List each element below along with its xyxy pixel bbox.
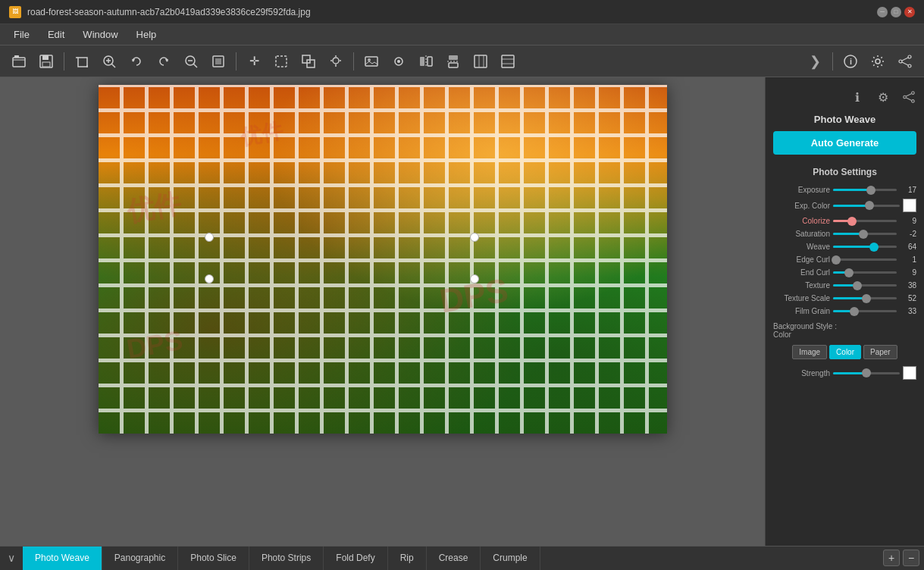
end-curl-row: End Curl 9 <box>766 266 924 279</box>
svg-line-50 <box>902 62 908 65</box>
saturation-label: Saturation <box>773 230 830 238</box>
select-tool[interactable] <box>268 49 294 74</box>
bar-tool[interactable] <box>495 49 521 74</box>
share-btn[interactable] <box>892 49 918 74</box>
right-panel: ℹ ⚙ Photo Weave Auto Generate Photo Sett… <box>765 77 924 546</box>
svg-line-57 <box>906 94 911 97</box>
canvas-area: 优件 优件 DPS DPS <box>0 77 765 546</box>
texture-scale-row: Texture Scale 52 <box>766 292 924 305</box>
texture-slider[interactable] <box>833 284 897 287</box>
tab-rip[interactable]: Rip <box>388 547 427 570</box>
fullscreen-btn[interactable] <box>205 49 231 74</box>
weave-slider[interactable] <box>833 246 897 248</box>
texture-scale-label: Texture Scale <box>773 294 830 302</box>
bg-style-row: Background Style : Color <box>766 318 924 343</box>
strength-color-swatch[interactable] <box>903 366 916 380</box>
zoom-in-btn[interactable] <box>96 49 122 74</box>
tab-crease[interactable]: Crease <box>427 547 481 570</box>
tabs-bar: ∨ Photo Weave Panographic Photo Slice Ph… <box>0 547 924 570</box>
weave-label: Weave <box>773 243 830 251</box>
bg-image-btn[interactable]: Image <box>792 345 827 359</box>
exposure-value: 17 <box>900 186 916 194</box>
minimize-button[interactable]: ─ <box>877 7 888 17</box>
svg-rect-4 <box>42 62 50 67</box>
tab-panographic[interactable]: Panographic <box>102 547 178 570</box>
end-curl-slider[interactable] <box>833 271 897 274</box>
title-bar: 🖼 road-forest-season-autumn-acb7a2b0419a… <box>0 0 924 24</box>
title-bar-controls[interactable]: ─ □ ✕ <box>877 7 915 17</box>
film-grain-row: Film Grain 33 <box>766 305 924 318</box>
crop-btn[interactable] <box>69 49 95 74</box>
save-btn[interactable] <box>33 49 59 74</box>
svg-rect-34 <box>449 55 458 60</box>
main-layout: 优件 优件 DPS DPS ℹ ⚙ Photo Weave Auto Gener… <box>0 77 924 546</box>
tab-collapse-btn[interactable]: ∨ <box>0 547 23 570</box>
rotate-left-btn[interactable] <box>124 49 149 74</box>
transform-handle-tl[interactable] <box>205 233 214 242</box>
settings-btn[interactable] <box>865 49 891 74</box>
strength-label: Strength <box>773 369 830 377</box>
colorize-slider[interactable] <box>833 220 897 222</box>
texture-scale-slider[interactable] <box>833 297 897 299</box>
maximize-button[interactable]: □ <box>891 7 901 17</box>
rotate-right-btn[interactable] <box>151 49 177 74</box>
light-tool[interactable] <box>323 49 349 74</box>
flip-v-tool[interactable] <box>440 49 466 74</box>
tab-photo-strips[interactable]: Photo Strips <box>249 547 324 570</box>
right-panel-header: ℹ ⚙ <box>766 83 924 111</box>
bg-paper-btn[interactable]: Paper <box>863 345 897 359</box>
flip-h-tool[interactable] <box>413 49 439 74</box>
open-file-btn[interactable] <box>6 49 32 74</box>
transform-handle-tc[interactable] <box>470 233 479 242</box>
menu-bar: File Edit Window Help <box>0 24 924 45</box>
tab-photo-weave[interactable]: Photo Weave <box>23 547 102 570</box>
add-preset-btn[interactable]: + <box>883 550 900 566</box>
auto-generate-button[interactable]: Auto Generate <box>773 131 916 155</box>
saturation-slider[interactable] <box>833 233 897 235</box>
svg-rect-31 <box>420 57 424 66</box>
saturation-row: Saturation -2 <box>766 227 924 240</box>
stamp-tool[interactable] <box>386 49 412 74</box>
colorize-value: 9 <box>900 217 916 225</box>
tab-fold-defy[interactable]: Fold Defy <box>324 547 387 570</box>
border-tool[interactable] <box>468 49 493 74</box>
svg-rect-19 <box>276 56 287 67</box>
tab-photo-slice[interactable]: Photo Slice <box>178 547 249 570</box>
transform-handle-ml[interactable] <box>205 274 214 283</box>
end-curl-label: End Curl <box>773 268 830 277</box>
close-button[interactable]: ✕ <box>904 7 915 17</box>
svg-rect-37 <box>475 55 487 67</box>
remove-preset-btn[interactable]: − <box>903 550 919 566</box>
texture-row: Texture 38 <box>766 279 924 292</box>
film-grain-label: Film Grain <box>773 307 830 315</box>
toolbar: ✛ ❯ i <box>0 45 924 77</box>
menu-edit[interactable]: Edit <box>40 26 72 43</box>
title-bar-left: 🖼 road-forest-season-autumn-acb7a2b0419a… <box>9 6 311 18</box>
svg-rect-3 <box>42 55 49 60</box>
exposure-slider[interactable] <box>833 189 897 191</box>
move-tool[interactable]: ✛ <box>241 49 267 74</box>
panel-info-btn[interactable]: ℹ <box>847 86 868 108</box>
image-tool[interactable] <box>359 49 384 74</box>
panel-share-btn[interactable] <box>898 86 919 108</box>
svg-rect-5 <box>78 58 87 67</box>
edge-curl-slider[interactable] <box>833 258 897 261</box>
svg-line-15 <box>193 64 197 67</box>
menu-window[interactable]: Window <box>75 26 125 43</box>
exp-color-slider[interactable] <box>833 205 900 207</box>
zoom-out-btn[interactable] <box>178 49 204 74</box>
svg-point-47 <box>908 55 911 58</box>
menu-help[interactable]: Help <box>129 26 164 43</box>
info-btn[interactable]: i <box>838 49 863 74</box>
transform-handle-mc[interactable] <box>470 274 479 283</box>
exp-color-swatch[interactable] <box>903 199 916 212</box>
tab-crumple[interactable]: Crumple <box>481 547 540 570</box>
film-grain-slider[interactable] <box>833 310 897 312</box>
next-arrow-btn[interactable]: ❯ <box>802 49 828 74</box>
panel-settings-btn[interactable]: ⚙ <box>872 86 894 108</box>
menu-file[interactable]: File <box>6 26 37 43</box>
transform-tool[interactable] <box>296 49 321 74</box>
strength-slider[interactable] <box>833 372 900 374</box>
app-icon: 🖼 <box>9 6 21 18</box>
bg-color-btn[interactable]: Color <box>829 345 861 359</box>
